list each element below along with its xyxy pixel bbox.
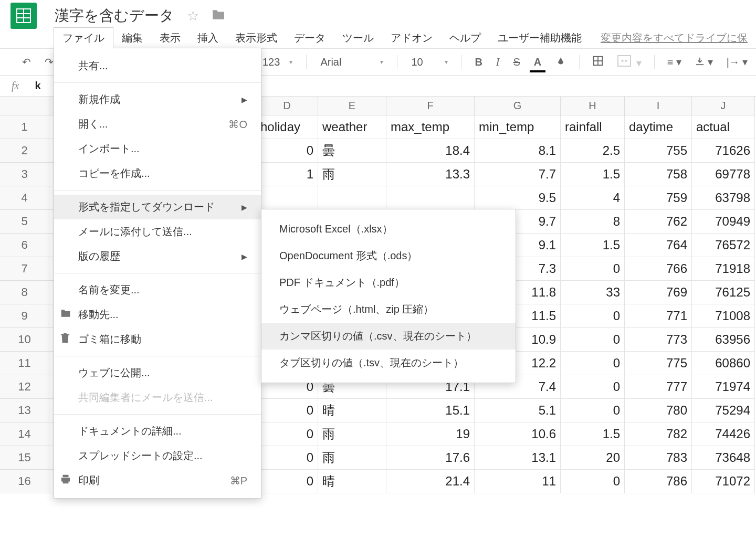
cell[interactable]: 0 <box>256 399 318 422</box>
menu-ツール[interactable]: ツール <box>334 28 382 48</box>
menu-item[interactable]: ゴミ箱に移動 <box>54 327 261 352</box>
col-header-J[interactable]: J <box>692 97 755 115</box>
menu-item[interactable]: 印刷⌘P <box>54 468 261 493</box>
menu-item[interactable]: ドキュメントの詳細... <box>54 419 261 443</box>
cell[interactable]: 雨 <box>318 422 386 446</box>
cell[interactable]: 2.5 <box>561 139 625 163</box>
cell[interactable] <box>386 186 475 210</box>
cell[interactable]: daytime <box>625 115 692 139</box>
menu-item[interactable]: 開く...⌘O <box>54 112 261 136</box>
cell[interactable]: 1.5 <box>561 422 625 446</box>
cell[interactable] <box>256 186 318 210</box>
row-header[interactable]: 8 <box>0 281 49 304</box>
menu-編集[interactable]: 編集 <box>113 28 151 48</box>
col-header-F[interactable]: F <box>386 97 475 115</box>
cell[interactable]: 71072 <box>692 470 755 493</box>
cell[interactable]: 1 <box>256 163 318 186</box>
cell[interactable]: 73648 <box>692 446 755 470</box>
menu-ファイル[interactable]: ファイル <box>54 27 113 48</box>
menu-item[interactable]: コピーを作成... <box>54 161 261 186</box>
cell[interactable]: 0 <box>561 352 625 375</box>
folder-icon[interactable] <box>212 8 225 24</box>
submenu-item[interactable]: OpenDocument 形式（.ods） <box>261 242 516 269</box>
row-header[interactable]: 7 <box>0 257 49 281</box>
submenu-item[interactable]: カンマ区切りの値（.csv、現在のシート） <box>261 323 516 350</box>
cell[interactable]: 762 <box>625 210 692 234</box>
submenu-item[interactable]: タブ区切りの値（.tsv、現在のシート） <box>261 350 516 376</box>
text-color-button[interactable]: A <box>530 54 545 70</box>
menu-表示[interactable]: 表示 <box>151 28 189 48</box>
cell[interactable]: 晴 <box>318 399 386 422</box>
cell[interactable]: 75294 <box>692 399 755 422</box>
row-header[interactable]: 13 <box>0 399 49 422</box>
cell[interactable]: 雨 <box>318 163 386 186</box>
col-header-G[interactable]: G <box>475 97 561 115</box>
cell[interactable]: 783 <box>625 446 692 470</box>
cell[interactable]: 0 <box>561 375 625 399</box>
menu-item[interactable]: ウェブに公開... <box>54 361 261 385</box>
cell[interactable]: 0 <box>256 446 318 470</box>
row-header[interactable]: 6 <box>0 234 49 257</box>
cell[interactable]: 74426 <box>692 422 755 446</box>
number-format-select[interactable]: 123 ▾ <box>257 54 298 70</box>
cell[interactable]: 雨 <box>318 446 386 470</box>
cell[interactable]: 766 <box>625 257 692 281</box>
cell[interactable]: 33 <box>561 281 625 304</box>
row-header[interactable]: 4 <box>0 186 49 210</box>
cell[interactable]: 70949 <box>692 210 755 234</box>
cell[interactable]: 0 <box>561 328 625 352</box>
cell[interactable]: 18.4 <box>386 139 475 163</box>
row-header[interactable]: 15 <box>0 446 49 470</box>
cell[interactable]: actual <box>692 115 755 139</box>
menu-データ[interactable]: データ <box>286 28 334 48</box>
col-header-H[interactable]: H <box>561 97 625 115</box>
cell[interactable]: 0 <box>561 304 625 328</box>
col-header-I[interactable]: I <box>625 97 692 115</box>
star-icon[interactable]: ☆ <box>187 8 199 24</box>
menu-挿入[interactable]: 挿入 <box>189 28 227 48</box>
menu-表示形式[interactable]: 表示形式 <box>227 28 286 48</box>
cell[interactable]: 晴 <box>318 470 386 493</box>
cell[interactable]: 20 <box>561 446 625 470</box>
document-title[interactable]: 漢字を含むデータ <box>55 6 174 26</box>
row-header[interactable]: 12 <box>0 375 49 399</box>
row-header[interactable]: 5 <box>0 210 49 234</box>
cell[interactable]: 9.5 <box>475 186 561 210</box>
cell[interactable]: 19 <box>386 422 475 446</box>
menu-item[interactable]: 新規作成▶ <box>54 87 261 112</box>
menu-ユーザー補助機能[interactable]: ユーザー補助機能 <box>489 28 590 48</box>
menu-item[interactable]: スプレッドシートの設定... <box>54 443 261 468</box>
italic-button[interactable]: I <box>492 54 504 70</box>
menu-item[interactable]: 共有... <box>54 54 261 78</box>
cell[interactable]: 11 <box>475 470 561 493</box>
cell[interactable]: 13.1 <box>475 446 561 470</box>
cell[interactable]: 769 <box>625 281 692 304</box>
cell[interactable]: 0 <box>561 257 625 281</box>
sheets-app-icon[interactable] <box>10 3 37 29</box>
cell[interactable]: 17.6 <box>386 446 475 470</box>
borders-button[interactable] <box>588 53 608 71</box>
menu-item[interactable]: 移動先... <box>54 302 261 327</box>
cell[interactable]: holiday <box>256 115 318 139</box>
cell[interactable]: 782 <box>625 422 692 446</box>
cell[interactable]: 63956 <box>692 328 755 352</box>
row-header[interactable]: 9 <box>0 304 49 328</box>
fill-color-button[interactable] <box>551 53 571 71</box>
cell[interactable]: 71626 <box>692 139 755 163</box>
menu-item[interactable]: 版の履歴▶ <box>54 244 261 269</box>
cell[interactable]: 7.7 <box>475 163 561 186</box>
cell[interactable]: 1.5 <box>561 234 625 257</box>
menu-item[interactable]: 名前を変更... <box>54 278 261 302</box>
select-all-corner[interactable] <box>0 97 49 115</box>
row-header[interactable]: 14 <box>0 422 49 446</box>
wrap-button[interactable]: |→ ▾ <box>722 54 752 70</box>
cell[interactable] <box>318 186 386 210</box>
submenu-item[interactable]: PDF ドキュメント（.pdf） <box>261 269 516 296</box>
cell[interactable]: 0 <box>561 399 625 422</box>
cell[interactable]: 15.1 <box>386 399 475 422</box>
cell[interactable]: 755 <box>625 139 692 163</box>
row-header[interactable]: 1 <box>0 115 49 139</box>
row-header[interactable]: 3 <box>0 163 49 186</box>
cell[interactable]: rainfall <box>561 115 625 139</box>
font-size-select[interactable]: 10 ▾ <box>406 54 453 70</box>
